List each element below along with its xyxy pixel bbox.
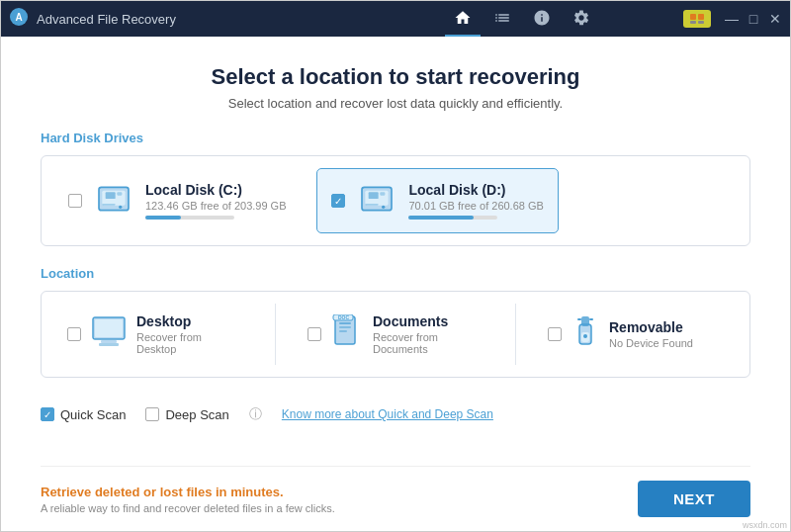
svg-rect-30 xyxy=(581,316,589,326)
scan-info-link[interactable]: Know more about Quick and Deep Scan xyxy=(282,407,493,421)
location-desktop[interactable]: Desktop Recover from Desktop xyxy=(53,304,257,365)
documents-checkbox[interactable] xyxy=(308,327,321,341)
footer: Retrieve deleted or lost files in minute… xyxy=(41,466,750,532)
drive-d-card[interactable]: Local Disk (D:) 70.01 GB free of 260.68 … xyxy=(316,168,558,233)
documents-info: Documents Recover from Documents xyxy=(373,313,483,355)
documents-name: Documents xyxy=(373,313,483,329)
loc-divider-2 xyxy=(515,304,516,365)
desktop-checkbox[interactable] xyxy=(67,327,81,341)
page-subtitle: Select location and recover lost data qu… xyxy=(41,96,750,111)
nav-home[interactable] xyxy=(445,1,481,37)
nav-settings[interactable] xyxy=(564,1,599,37)
documents-icon: DOC xyxy=(331,314,363,354)
drive-d-name: Local Disk (D:) xyxy=(408,182,543,198)
removable-name: Removable xyxy=(609,319,693,335)
usb-icon xyxy=(571,314,599,354)
app-title: Advanced File Recovery xyxy=(37,12,360,27)
scan-options: Quick Scan Deep Scan ⓘ Know more about Q… xyxy=(41,398,750,431)
window-controls: — □ ✕ xyxy=(683,10,782,28)
drive-c-space: 123.46 GB free of 203.99 GB xyxy=(145,200,286,212)
svg-point-16 xyxy=(382,206,385,209)
svg-rect-8 xyxy=(106,192,116,199)
title-nav xyxy=(360,1,683,37)
svg-rect-21 xyxy=(99,343,119,346)
svg-rect-15 xyxy=(381,192,386,195)
svg-rect-3 xyxy=(698,14,704,20)
hdd-section: Hard Disk Drives Local Disk (C:) xyxy=(41,131,750,246)
nav-info[interactable] xyxy=(524,1,560,37)
deep-scan-option[interactable]: Deep Scan xyxy=(145,407,228,422)
svg-rect-2 xyxy=(690,14,696,20)
drive-c-checkbox[interactable] xyxy=(68,194,82,208)
drive-d-checkbox[interactable] xyxy=(331,194,345,208)
location-section-label: Location xyxy=(41,266,750,281)
scan-info-icon: ⓘ xyxy=(249,405,262,423)
footer-title: Retrieve deleted or lost files in minute… xyxy=(41,485,335,499)
maximize-button[interactable]: □ xyxy=(747,12,760,26)
drive-c-info: Local Disk (C:) 123.46 GB free of 203.99… xyxy=(145,182,286,220)
deep-scan-checkbox[interactable] xyxy=(145,407,159,421)
removable-sub: No Device Found xyxy=(609,337,693,349)
footer-subtitle: A reliable way to find and recover delet… xyxy=(41,502,335,514)
drive-c-bar xyxy=(145,216,234,220)
desktop-sub: Recover from Desktop xyxy=(136,331,243,355)
drive-c-card[interactable]: Local Disk (C:) 123.46 GB free of 203.99… xyxy=(53,168,301,233)
svg-rect-11 xyxy=(102,204,115,206)
desktop-info: Desktop Recover from Desktop xyxy=(136,313,243,355)
svg-point-33 xyxy=(583,334,587,338)
loc-divider-1 xyxy=(275,304,276,365)
minimize-button[interactable]: — xyxy=(725,12,739,26)
svg-text:A: A xyxy=(15,12,22,23)
drive-d-bar-fill xyxy=(408,216,474,220)
svg-rect-23 xyxy=(339,322,351,324)
svg-rect-32 xyxy=(589,318,593,320)
svg-rect-19 xyxy=(95,319,123,337)
svg-rect-24 xyxy=(339,326,351,328)
svg-rect-5 xyxy=(698,21,704,24)
svg-point-10 xyxy=(119,206,122,209)
svg-rect-31 xyxy=(577,318,581,320)
location-documents[interactable]: DOC Documents Recover from Documents xyxy=(294,304,497,365)
page-title: Select a location to start recovering xyxy=(41,64,750,90)
svg-rect-17 xyxy=(366,204,379,206)
page-header: Select a location to start recovering Se… xyxy=(41,37,750,131)
drive-c-bar-fill xyxy=(145,216,181,220)
drive-d-info: Local Disk (D:) 70.01 GB free of 260.68 … xyxy=(408,182,543,220)
svg-rect-14 xyxy=(369,192,379,199)
drive-d-space: 70.01 GB free of 260.68 GB xyxy=(408,200,543,212)
svg-rect-20 xyxy=(101,340,117,343)
desktop-icon xyxy=(91,315,127,353)
svg-text:DOC: DOC xyxy=(338,314,350,320)
removable-info: Removable No Device Found xyxy=(609,319,693,349)
next-button[interactable]: NEXT xyxy=(638,481,750,517)
app-logo: A xyxy=(9,7,29,31)
documents-sub: Recover from Documents xyxy=(373,331,483,355)
quick-scan-checkbox[interactable] xyxy=(41,407,54,421)
hdd-cards-container: Local Disk (C:) 123.46 GB free of 203.99… xyxy=(41,155,750,246)
main-content: Select a location to start recovering Se… xyxy=(1,37,790,532)
watermark: wsxdn.com xyxy=(743,520,787,530)
close-button[interactable]: ✕ xyxy=(768,12,782,26)
removable-checkbox[interactable] xyxy=(548,327,562,341)
svg-rect-9 xyxy=(117,192,122,195)
desktop-name: Desktop xyxy=(136,313,243,329)
location-section: Location Desktop Recover from Desktop xyxy=(41,266,750,378)
svg-rect-4 xyxy=(690,21,696,24)
drive-d-icon xyxy=(357,179,396,222)
quick-scan-option[interactable]: Quick Scan xyxy=(41,407,126,422)
title-bar: A Advanced File Recovery — □ ✕ xyxy=(1,1,790,37)
location-cards-container: Desktop Recover from Desktop DOC xyxy=(41,291,750,378)
drive-c-icon xyxy=(94,179,133,222)
nav-list[interactable] xyxy=(484,1,520,37)
drive-c-name: Local Disk (C:) xyxy=(145,182,286,198)
hdd-section-label: Hard Disk Drives xyxy=(41,131,750,145)
footer-left: Retrieve deleted or lost files in minute… xyxy=(41,485,335,514)
deep-scan-label: Deep Scan xyxy=(165,407,228,422)
drive-d-bar xyxy=(408,216,497,220)
svg-rect-25 xyxy=(339,330,347,332)
quick-scan-label: Quick Scan xyxy=(60,407,126,422)
location-removable[interactable]: Removable No Device Found xyxy=(534,304,738,365)
